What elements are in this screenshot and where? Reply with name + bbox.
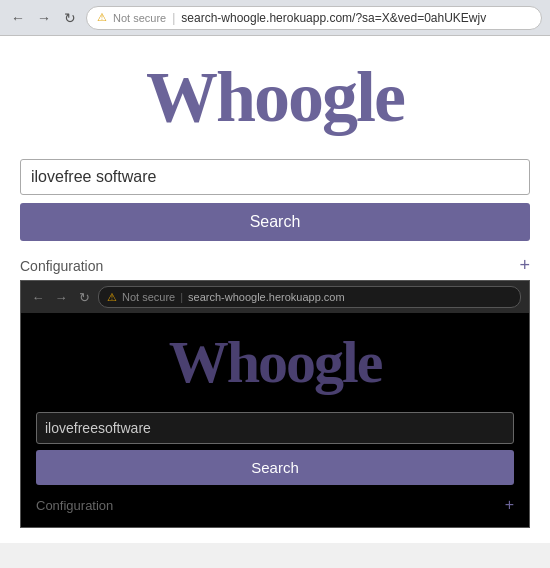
site-title: Whoogle [20,56,530,139]
forward-button[interactable]: → [34,8,54,28]
inner-config-row: Configuration + [36,493,514,517]
config-row: Configuration + [20,251,530,280]
inner-browser-screenshot: ← → ↻ ⚠ Not secure | search-whoogle.hero… [20,280,530,528]
inner-url-text: search-whoogle.herokuapp.com [188,291,345,303]
inner-site-title: Whoogle [36,328,514,397]
inner-config-plus: + [505,496,514,514]
inner-reload-button: ↻ [75,288,93,306]
inner-chrome: ← → ↻ ⚠ Not secure | search-whoogle.hero… [21,281,529,313]
separator: | [172,11,175,25]
back-button[interactable]: ← [8,8,28,28]
outer-page: Whoogle Search Configuration + ← → ↻ ⚠ N… [0,36,550,543]
inner-search-input [36,412,514,444]
url-text: search-whoogle.herokuapp.com/?sa=X&ved=0… [181,11,486,25]
inner-page: Whoogle Search Configuration + [21,313,529,527]
inner-forward-button: → [52,288,70,306]
inner-address-bar: ⚠ Not secure | search-whoogle.herokuapp.… [98,286,521,308]
inner-separator: | [180,291,183,303]
reload-button[interactable]: ↻ [60,8,80,28]
config-plus-button[interactable]: + [519,255,530,276]
warning-icon: ⚠ [97,11,107,24]
inner-search-button: Search [36,450,514,485]
address-bar[interactable]: ⚠ Not secure | search-whoogle.herokuapp.… [86,6,542,30]
inner-warning-icon: ⚠ [107,291,117,304]
config-label: Configuration [20,258,103,274]
inner-back-button: ← [29,288,47,306]
search-input[interactable] [20,159,530,195]
search-button[interactable]: Search [20,203,530,241]
inner-config-label: Configuration [36,498,113,513]
browser-chrome: ← → ↻ ⚠ Not secure | search-whoogle.hero… [0,0,550,36]
inner-not-secure-label: Not secure [122,291,175,303]
not-secure-label: Not secure [113,12,166,24]
